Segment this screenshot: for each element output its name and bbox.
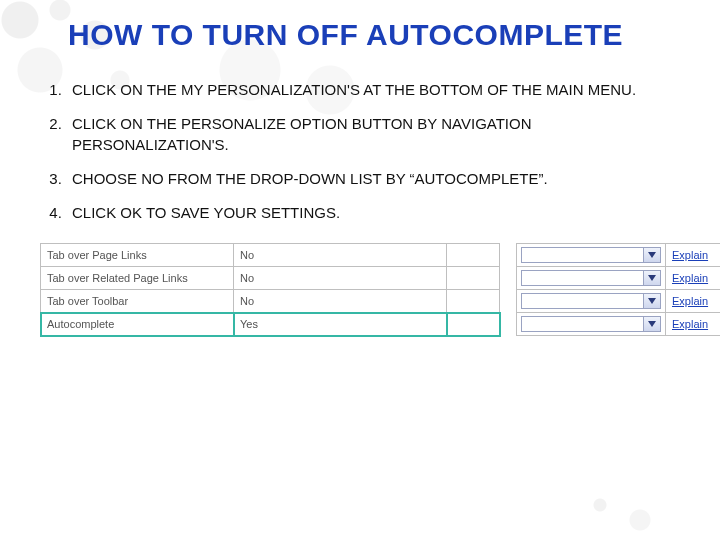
- explain-cell: Explain: [666, 290, 721, 313]
- explain-cell: Explain: [666, 244, 721, 267]
- svg-marker-2: [648, 298, 656, 304]
- settings-table: Tab over Page Links No Explain Tab: [40, 243, 720, 336]
- settings-table-screenshot: Tab over Page Links No Explain Tab: [40, 243, 680, 336]
- setting-current-blank: [447, 267, 500, 290]
- setting-current-blank: [447, 290, 500, 313]
- svg-marker-3: [648, 321, 656, 327]
- explain-cell: Explain: [666, 267, 721, 290]
- setting-current-blank: [447, 313, 500, 336]
- chevron-down-icon[interactable]: [643, 317, 660, 331]
- step-item: CLICK ON THE MY PERSONALIZATION'S AT THE…: [66, 80, 690, 100]
- explain-cell: Explain: [666, 313, 721, 336]
- settings-row: Tab over Page Links No Explain: [41, 244, 721, 267]
- settings-row-autocomplete: Autocomplete Yes Explain: [41, 313, 721, 336]
- step-item: CLICK ON THE PERSONALIZE OPTION BUTTON B…: [66, 114, 690, 155]
- setting-dropdown[interactable]: [521, 247, 661, 263]
- explain-link[interactable]: Explain: [672, 272, 708, 284]
- setting-label: Autocomplete: [41, 313, 234, 336]
- explain-link[interactable]: Explain: [672, 318, 708, 330]
- settings-row: Tab over Toolbar No Explain: [41, 290, 721, 313]
- setting-dropdown-cell: [517, 313, 666, 336]
- chevron-down-icon[interactable]: [643, 294, 660, 308]
- setting-value: No: [234, 244, 447, 267]
- page-title: HOW TO TURN OFF AUTOCOMPLETE: [68, 18, 690, 52]
- svg-marker-1: [648, 275, 656, 281]
- setting-label: Tab over Related Page Links: [41, 267, 234, 290]
- chevron-down-icon[interactable]: [643, 248, 660, 262]
- setting-label: Tab over Toolbar: [41, 290, 234, 313]
- svg-marker-0: [648, 252, 656, 258]
- slide-content: HOW TO TURN OFF AUTOCOMPLETE CLICK ON TH…: [0, 0, 720, 540]
- instruction-steps-list: CLICK ON THE MY PERSONALIZATION'S AT THE…: [30, 80, 690, 223]
- setting-label: Tab over Page Links: [41, 244, 234, 267]
- setting-dropdown[interactable]: [521, 293, 661, 309]
- chevron-down-icon[interactable]: [643, 271, 660, 285]
- settings-row: Tab over Related Page Links No Explain: [41, 267, 721, 290]
- setting-current-blank: [447, 244, 500, 267]
- setting-dropdown[interactable]: [521, 270, 661, 286]
- explain-link[interactable]: Explain: [672, 295, 708, 307]
- step-item: CLICK OK TO SAVE YOUR SETTINGS.: [66, 203, 690, 223]
- setting-dropdown-cell: [517, 267, 666, 290]
- setting-value: No: [234, 290, 447, 313]
- setting-value: Yes: [234, 313, 447, 336]
- setting-dropdown-cell: [517, 244, 666, 267]
- setting-dropdown-cell: [517, 290, 666, 313]
- setting-dropdown[interactable]: [521, 316, 661, 332]
- setting-value: No: [234, 267, 447, 290]
- explain-link[interactable]: Explain: [672, 249, 708, 261]
- step-item: CHOOSE NO FROM THE DROP-DOWN LIST BY “AU…: [66, 169, 690, 189]
